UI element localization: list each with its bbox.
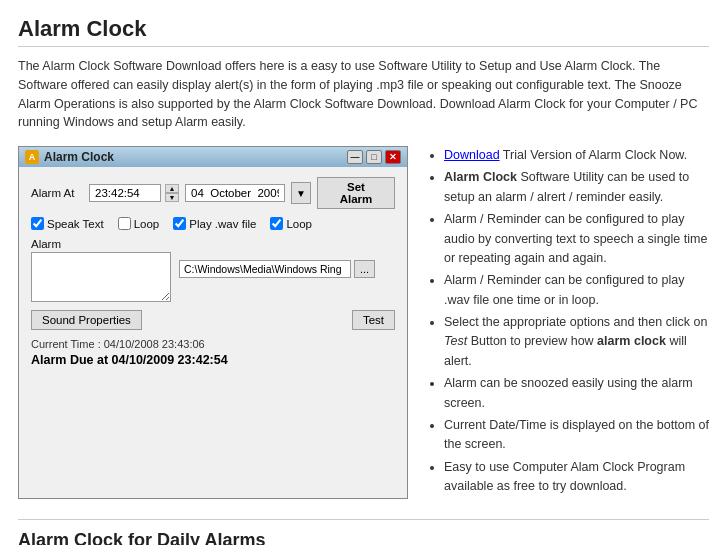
feature-item-4: Alarm / Reminder can be configured to pl… — [444, 271, 709, 310]
close-button[interactable]: ✕ — [385, 150, 401, 164]
browse-button[interactable]: ... — [354, 260, 375, 278]
loop2-label: Loop — [286, 218, 312, 230]
window-title: Alarm Clock — [44, 150, 114, 164]
play-wav-checkbox-label[interactable]: Play .wav file — [173, 217, 256, 230]
features-list: Download Trial Version of Alarm Clock No… — [426, 146, 709, 499]
feature-item-6: Alarm can be snoozed easily using the al… — [444, 374, 709, 413]
alarm-text-area-wrapper: Alarm — [31, 238, 171, 302]
alarm-box-label: Alarm — [31, 238, 171, 250]
loop2-checkbox[interactable] — [270, 217, 283, 230]
play-wav-label: Play .wav file — [189, 218, 256, 230]
intro-paragraph: The Alarm Clock Software Download offers… — [18, 57, 709, 132]
main-section: A Alarm Clock — □ ✕ Alarm At ▲ ▼ ▼ S — [18, 146, 709, 499]
loop1-checkbox-label[interactable]: Loop — [118, 217, 160, 230]
loop2-checkbox-label[interactable]: Loop — [270, 217, 312, 230]
alarm-due-display: Alarm Due at 04/10/2009 23:42:54 — [31, 353, 395, 367]
feature-item-3: Alarm / Reminder can be configured to pl… — [444, 210, 709, 268]
play-wav-checkbox[interactable] — [173, 217, 186, 230]
download-link-1[interactable]: Download — [444, 148, 500, 162]
wav-path-row: ... — [179, 260, 375, 278]
titlebar-left: A Alarm Clock — [25, 150, 114, 164]
test-button[interactable]: Test — [352, 310, 395, 330]
loop1-label: Loop — [134, 218, 160, 230]
maximize-button[interactable]: □ — [366, 150, 382, 164]
current-time-display: Current Time : 04/10/2008 23:43:06 — [31, 338, 395, 350]
alarm-at-row: Alarm At ▲ ▼ ▼ Set Alarm — [31, 177, 395, 209]
feature-item-8: Easy to use Computer Alam Clock Program … — [444, 458, 709, 497]
wav-right: ... — [179, 238, 375, 278]
speak-text-checkbox[interactable] — [31, 217, 44, 230]
app-window-screenshot: A Alarm Clock — □ ✕ Alarm At ▲ ▼ ▼ S — [18, 146, 408, 499]
speak-text-checkbox-label[interactable]: Speak Text — [31, 217, 104, 230]
wav-path-input[interactable] — [179, 260, 351, 278]
feature-item-2: Alarm Clock Software Utility can be used… — [444, 168, 709, 207]
date-dropdown-button[interactable]: ▼ — [291, 182, 311, 204]
feature-item-7: Current Date/Time is displayed on the bo… — [444, 416, 709, 455]
alarm-clock-bold-2: alarm clock — [597, 334, 666, 348]
alarm-clock-bold-1: Alarm Clock — [444, 170, 517, 184]
feature-items: Download Trial Version of Alarm Clock No… — [426, 146, 709, 496]
speak-text-label: Speak Text — [47, 218, 104, 230]
window-controls: — □ ✕ — [347, 150, 401, 164]
alarm-at-label: Alarm At — [31, 187, 83, 199]
section2-title: Alarm Clock for Daily Alarms — [18, 530, 709, 545]
bottom-buttons-row: Sound Properties Test — [31, 310, 395, 330]
loop1-checkbox[interactable] — [118, 217, 131, 230]
alarm-wav-section: Alarm ... — [31, 238, 395, 302]
alarm-time-input[interactable] — [89, 184, 161, 202]
window-body: Alarm At ▲ ▼ ▼ Set Alarm Speak Text L — [19, 167, 407, 375]
spin-down[interactable]: ▼ — [165, 193, 179, 202]
alarm-text-area[interactable] — [31, 252, 171, 302]
set-alarm-button[interactable]: Set Alarm — [317, 177, 395, 209]
window-titlebar: A Alarm Clock — □ ✕ — [19, 147, 407, 167]
test-italic: Test — [444, 334, 467, 348]
time-spinner: ▲ ▼ — [165, 184, 179, 202]
checkbox-row: Speak Text Loop Play .wav file Loop — [31, 217, 395, 230]
feature-item-1: Download Trial Version of Alarm Clock No… — [444, 146, 709, 165]
app-icon: A — [25, 150, 39, 164]
minimize-button[interactable]: — — [347, 150, 363, 164]
page-title: Alarm Clock — [18, 16, 709, 47]
spin-up[interactable]: ▲ — [165, 184, 179, 193]
bottom-section: Alarm Clock for Daily Alarms Download Al… — [18, 519, 709, 545]
feature-item-5: Select the appropriate options and then … — [444, 313, 709, 371]
sound-properties-button[interactable]: Sound Properties — [31, 310, 142, 330]
alarm-date-input[interactable] — [185, 184, 285, 202]
